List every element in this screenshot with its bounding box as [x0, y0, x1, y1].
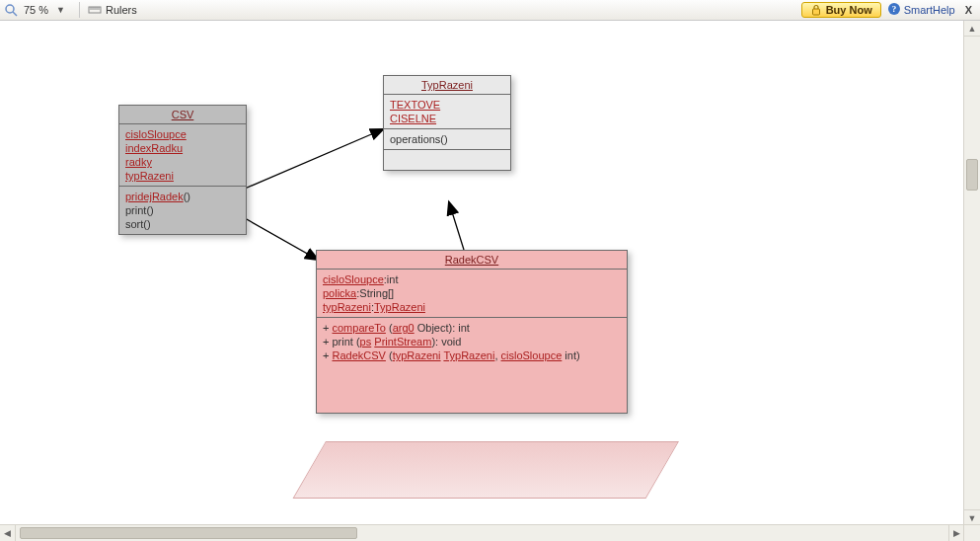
svg-point-0: [6, 5, 14, 13]
op: print(): [125, 203, 240, 217]
close-button[interactable]: X: [961, 4, 976, 16]
diagram-workspace: CSV cisloSloupce indexRadku radky typRaz…: [0, 21, 980, 541]
uml-class-radekcsv[interactable]: RadekCSV cisloSloupce:int policka:String…: [316, 250, 628, 414]
scroll-right-arrow-icon[interactable]: ▶: [948, 525, 964, 541]
attr: TEXTOVE: [390, 99, 440, 111]
svg-line-12: [245, 129, 383, 189]
svg-rect-8: [812, 9, 819, 15]
zoom-icon[interactable]: [4, 3, 18, 17]
lock-icon: [810, 4, 822, 16]
uml-class-typrazeni[interactable]: TypRazeni TEXTOVE CISELNE operations(): [383, 75, 511, 171]
smarthelp-button[interactable]: ? SmartHelp: [887, 2, 955, 18]
svg-line-14: [449, 202, 464, 250]
attr: cisloSloupce: [125, 128, 187, 140]
hscroll-thumb[interactable]: [20, 527, 357, 539]
scroll-left-arrow-icon[interactable]: ◀: [0, 525, 16, 541]
svg-line-1: [13, 12, 17, 16]
horizontal-scrollbar[interactable]: ◀ ▶: [0, 524, 964, 541]
operations-section: operations(): [384, 129, 510, 150]
buy-now-button[interactable]: Buy Now: [801, 2, 881, 18]
op: sort(): [125, 217, 240, 231]
attr: radky: [125, 156, 152, 168]
attributes-section: cisloSloupce:int policka:String[] typRaz…: [317, 270, 627, 318]
zoom-dropdown-icon[interactable]: ▼: [56, 5, 65, 15]
op: operations(): [390, 132, 504, 146]
attr: CISELNE: [390, 113, 436, 124]
uml-class-csv[interactable]: CSV cisloSloupce indexRadku radky typRaz…: [118, 105, 247, 235]
operations-section: pridejRadek() print() sort(): [119, 187, 246, 234]
class-title: CSV: [119, 106, 246, 124]
radekcsv-3d-floor: [293, 441, 679, 499]
attributes-section: TEXTOVE CISELNE: [384, 95, 510, 129]
svg-text:?: ?: [891, 4, 896, 14]
rulers-icon[interactable]: [88, 3, 102, 17]
rulers-label[interactable]: Rulers: [106, 4, 137, 16]
scroll-down-arrow-icon[interactable]: ▼: [964, 509, 980, 525]
vscroll-thumb[interactable]: [966, 159, 978, 191]
diagram-canvas[interactable]: CSV cisloSloupce indexRadku radky typRaz…: [0, 21, 964, 525]
op: pridejRadek: [125, 191, 184, 202]
class-title: TypRazeni: [384, 76, 510, 95]
attributes-section: cisloSloupce indexRadku radky typRazeni: [119, 124, 246, 187]
toolbar-separator: [79, 2, 80, 18]
empty-section: [384, 150, 510, 170]
operations-section: + compareTo (arg0 Object): int + print (…: [317, 318, 627, 413]
attr: typRazeni: [125, 170, 174, 182]
top-toolbar: 75 % ▼ Rulers Buy Now ? SmartHelp X: [0, 0, 980, 21]
attr: indexRadku: [125, 142, 183, 154]
help-icon: ?: [887, 2, 901, 18]
zoom-value[interactable]: 75 %: [24, 4, 48, 16]
scroll-up-arrow-icon[interactable]: ▲: [964, 21, 980, 37]
buy-now-label: Buy Now: [826, 4, 872, 16]
smarthelp-label: SmartHelp: [904, 4, 955, 16]
class-title: RadekCSV: [317, 251, 627, 270]
vertical-scrollbar[interactable]: ▲ ▼: [963, 21, 980, 525]
svg-line-13: [245, 218, 318, 260]
scrollbar-corner: [963, 524, 980, 541]
